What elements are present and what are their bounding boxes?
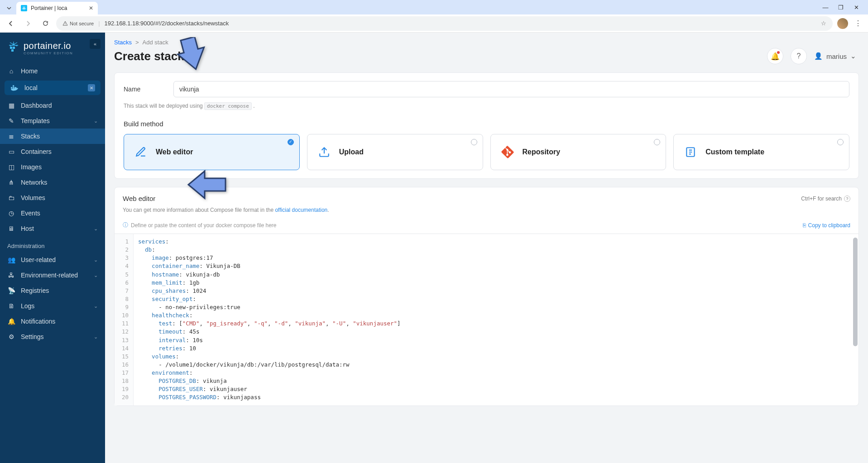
method-label: Upload: [339, 148, 364, 156]
annotation-arrow: [177, 37, 207, 74]
page-title-text: Create stack: [114, 49, 184, 63]
sidebar-item-label: Templates: [21, 117, 50, 124]
hint-text: This stack will be deployed using: [124, 103, 204, 109]
profile-avatar[interactable]: [837, 18, 848, 29]
sidebar-item-templates[interactable]: ✎Templates⌄: [0, 113, 105, 129]
sidebar-item-environment[interactable]: local ✕: [5, 81, 101, 95]
sidebar-item-logs[interactable]: 🗎Logs⌄: [0, 298, 105, 314]
forward-button[interactable]: [22, 17, 34, 30]
build-method-custom-template[interactable]: Custom template: [673, 134, 849, 170]
sidebar-item-settings[interactable]: ⚙Settings⌄: [0, 329, 105, 344]
upload-icon: [317, 144, 332, 160]
sidebar-item-label: Stacks: [21, 133, 40, 140]
portainer-favicon-icon: [21, 5, 27, 11]
stacks-icon: ≣: [7, 133, 15, 140]
back-button[interactable]: [5, 17, 17, 30]
stack-form-panel: Name This stack will be deployed using d…: [114, 72, 859, 179]
chevron-down-icon: ⌄: [94, 334, 98, 340]
sidebar: portainer.io COMMUNITY EDITION « ⌂ Home …: [0, 33, 105, 463]
svg-point-1: [65, 24, 66, 24]
stack-name-input[interactable]: [173, 81, 849, 97]
host-icon: 🖥: [7, 225, 15, 232]
security-indicator[interactable]: Not secure: [62, 21, 94, 26]
sidebar-item-home[interactable]: ⌂ Home: [0, 63, 105, 79]
build-method-repository[interactable]: Repository: [490, 134, 667, 170]
brand-name: portainer.io: [24, 41, 73, 51]
chevron-down-icon: ⌄: [94, 257, 98, 263]
browser-tab[interactable]: Portainer | loca ✕: [16, 2, 98, 14]
sidebar-item-networks[interactable]: ⋔Networks: [0, 175, 105, 190]
minimize-button[interactable]: —: [822, 4, 829, 11]
sidebar-item-label: Home: [21, 67, 38, 75]
events-icon: ◷: [7, 210, 15, 217]
sidebar-item-user-related[interactable]: 👥User-related⌄: [0, 252, 105, 267]
user-name: marius: [826, 53, 847, 60]
close-window-button[interactable]: ✕: [853, 4, 860, 11]
scrollbar-thumb[interactable]: [853, 238, 858, 346]
browser-toolbar: Not secure | 192.168.1.18:9000/#!/2/dock…: [0, 14, 868, 33]
user-menu[interactable]: 👤 marius ⌄: [814, 52, 856, 60]
maximize-button[interactable]: ❐: [837, 4, 844, 11]
reload-button[interactable]: [39, 17, 52, 30]
env-close-icon[interactable]: ✕: [88, 84, 95, 91]
help-icon: ?: [797, 52, 801, 60]
address-bar[interactable]: Not secure | 192.168.1.18:9000/#!/2/dock…: [56, 16, 833, 31]
svg-rect-8: [13, 85, 14, 86]
notifications-button[interactable]: 🔔: [767, 48, 783, 64]
sidebar-item-label: Containers: [21, 148, 52, 155]
chevron-down-icon: ⌄: [94, 272, 98, 278]
main-content: Stacks > Add stack Create stack ⟳ 🔔 ? 👤 …: [105, 33, 868, 463]
annotation-arrow: [187, 168, 227, 203]
environment-icon: 🖧: [7, 272, 15, 279]
official-docs-link[interactable]: official documentation: [275, 207, 327, 213]
svg-rect-6: [13, 87, 14, 88]
code-editor[interactable]: 1234567891011121314151617181920 services…: [115, 234, 858, 406]
sidebar-section-administration: Administration: [0, 236, 105, 252]
editor-subtitle: You can get more information about Compo…: [123, 207, 850, 213]
volumes-icon: 🗀: [7, 194, 15, 201]
not-secure-label: Not secure: [70, 21, 94, 26]
chevron-down-icon: ⌄: [850, 52, 856, 60]
copy-to-clipboard-button[interactable]: ⎘Copy to clipboard: [803, 222, 850, 229]
bookmark-icon[interactable]: ☆: [821, 20, 826, 27]
sidebar-item-images[interactable]: ◫Images: [0, 159, 105, 175]
build-method-web-editor[interactable]: Web editor: [124, 134, 300, 170]
editor-search-hint: Ctrl+F for search ?: [801, 196, 850, 202]
sidebar-item-label: Host: [21, 225, 34, 232]
home-icon: ⌂: [7, 67, 15, 75]
sidebar-item-host[interactable]: 🖥Host⌄: [0, 221, 105, 236]
radio-icon: [837, 139, 844, 145]
help-button[interactable]: ?: [791, 48, 807, 64]
browser-tab-strip: Portainer | loca ✕ — ❐ ✕: [0, 0, 868, 14]
sidebar-item-label: Volumes: [21, 194, 45, 201]
sidebar-item-stacks[interactable]: ≣Stacks: [0, 129, 105, 144]
method-label: Web editor: [156, 148, 193, 156]
browser-menu-button[interactable]: ⋮: [853, 17, 863, 29]
copy-icon: ⎘: [803, 222, 806, 229]
template-icon: [683, 144, 698, 160]
sidebar-item-containers[interactable]: ▭Containers: [0, 144, 105, 159]
svg-rect-3: [13, 47, 15, 49]
method-label: Custom template: [705, 148, 764, 156]
tab-list-dropdown[interactable]: [4, 3, 14, 14]
sidebar-item-notifications[interactable]: 🔔Notifications: [0, 314, 105, 329]
radio-selected-icon: [288, 139, 294, 145]
close-tab-icon[interactable]: ✕: [89, 5, 93, 11]
header-actions: 🔔 ? 👤 marius ⌄: [767, 48, 856, 64]
page-title: Create stack ⟳: [114, 49, 859, 63]
breadcrumb-current: Add stack: [143, 39, 168, 46]
info-icon: ⓘ: [123, 221, 128, 229]
sidebar-item-environment-related[interactable]: 🖧Environment-related⌄: [0, 267, 105, 283]
sidebar-item-registries[interactable]: 📡Registries: [0, 283, 105, 298]
sidebar-item-label: Logs: [21, 302, 34, 310]
sidebar-collapse-button[interactable]: «: [90, 39, 101, 49]
editor-title: Web editor: [123, 195, 155, 202]
build-method-upload[interactable]: Upload: [307, 134, 483, 170]
sidebar-item-dashboard[interactable]: ▦Dashboard: [0, 98, 105, 113]
code-content[interactable]: services: db: image: postgres:17 contain…: [134, 234, 858, 406]
sidebar-item-volumes[interactable]: 🗀Volumes: [0, 190, 105, 205]
breadcrumb-stacks[interactable]: Stacks: [114, 39, 132, 46]
sidebar-item-events[interactable]: ◷Events: [0, 205, 105, 221]
sidebar-item-label: Notifications: [21, 318, 55, 325]
help-icon[interactable]: ?: [844, 196, 850, 202]
